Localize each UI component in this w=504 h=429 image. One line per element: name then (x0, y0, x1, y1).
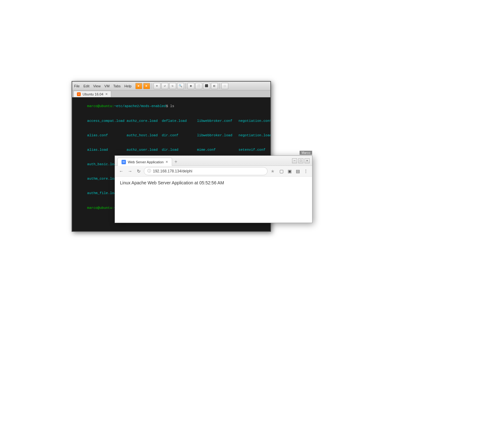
separator3 (219, 83, 220, 89)
separator (152, 83, 152, 89)
forward-button[interactable]: → (126, 167, 134, 175)
browser-tab-close[interactable]: ✕ (165, 160, 168, 164)
bookmark-button[interactable]: ★ (269, 167, 276, 175)
toolbar-btn2[interactable]: ↺ (161, 83, 168, 89)
window-controls: — □ ✕ (292, 158, 310, 163)
menu-edit[interactable]: Edit (84, 84, 89, 88)
browser-action-buttons: ▢ ▣ ▤ ⋮ (278, 167, 310, 175)
browser-tab-area: W Web Server Application ✕ + (117, 156, 290, 166)
toolbar-btn1[interactable]: ⊕ (154, 83, 160, 89)
toolbar-btn9[interactable]: ⬚ (221, 83, 228, 89)
page-content-text: Linux Apache Web Server Application at 0… (120, 180, 307, 185)
browser-toolbar: ← → ↻ ⓘ 192.168.178.134/delphi ★ ▢ ▣ ▤ ⋮ (115, 166, 312, 176)
terminal-line-prompt1: marco@ubuntu:~etc/apache2/mods-enabled$ … (75, 99, 268, 114)
maximize-button[interactable]: □ (298, 158, 303, 163)
back-button[interactable]: ← (117, 167, 125, 175)
terminal-tab[interactable]: U Ubuntu 16.04 ✕ (73, 91, 111, 97)
terminal-menu: File Edit View VM Tabs Help (74, 84, 132, 88)
menu-vm[interactable]: VM (104, 84, 110, 88)
terminal-menubar: File Edit View VM Tabs Help ▶ ▶ ⊕ ↺ ↻ 🔍 … (72, 82, 270, 90)
browser-titlebar: W Web Server Application ✕ + — □ ✕ (115, 156, 312, 166)
marco-label: Marco (300, 151, 312, 155)
toolbar-btn4[interactable]: 🔍 (177, 83, 184, 89)
toolbar-btn7[interactable]: ⬛ (203, 83, 210, 89)
browser-window: Marco W Web Server Application ✕ + — □ ✕… (115, 155, 312, 223)
menu-file[interactable]: File (74, 84, 80, 88)
separator2 (186, 83, 186, 89)
toolbar-btn5[interactable]: ▣ (187, 83, 194, 89)
reload-button[interactable]: ↻ (135, 167, 143, 175)
terminal-tab-bar: U Ubuntu 16.04 ✕ (72, 90, 270, 97)
terminal-line-files1: access_compat.load authz_core.load defla… (75, 114, 268, 128)
menu-view[interactable]: View (93, 84, 101, 88)
toolbar-btn8[interactable]: ◧ (211, 83, 218, 89)
address-text: 192.168.178.134/delphi (153, 169, 192, 173)
browser-tab-label: Web Server Application (128, 160, 164, 164)
vmware-icon[interactable]: ▶ (135, 83, 142, 89)
secure-icon: ⓘ (147, 168, 151, 174)
toolbar-btn3[interactable]: ↻ (169, 83, 176, 89)
menu-button[interactable]: ⋮ (302, 167, 310, 175)
address-bar[interactable]: ⓘ 192.168.178.134/delphi (144, 167, 268, 175)
browser-tab-icon: W (122, 160, 126, 164)
screenshot-button[interactable]: ▣ (286, 167, 293, 175)
close-button[interactable]: ✕ (305, 158, 310, 163)
ubuntu-tab-icon: U (77, 92, 81, 96)
terminal-tab-close[interactable]: ✕ (105, 92, 108, 96)
vmware-icon2[interactable]: ▶ (143, 83, 150, 89)
terminal-line-files2: alias.conf authz_host.load dir.conf libw… (75, 128, 268, 143)
cast-button[interactable]: ▤ (294, 167, 301, 175)
browser-content: Linux Apache Web Server Application at 0… (115, 176, 312, 189)
terminal-line-files3: alias.load authz_user.load dir.load mime… (75, 143, 268, 157)
menu-help[interactable]: Help (124, 84, 132, 88)
history-button[interactable]: ▢ (278, 167, 285, 175)
toolbar-btn6[interactable]: ⬜ (195, 83, 202, 89)
menu-tabs[interactable]: Tabs (113, 84, 121, 88)
new-tab-button[interactable]: + (172, 158, 180, 166)
browser-tab[interactable]: W Web Server Application ✕ (117, 158, 172, 166)
minimize-button[interactable]: — (292, 158, 297, 163)
terminal-tab-label: Ubuntu 16.04 (83, 92, 103, 96)
